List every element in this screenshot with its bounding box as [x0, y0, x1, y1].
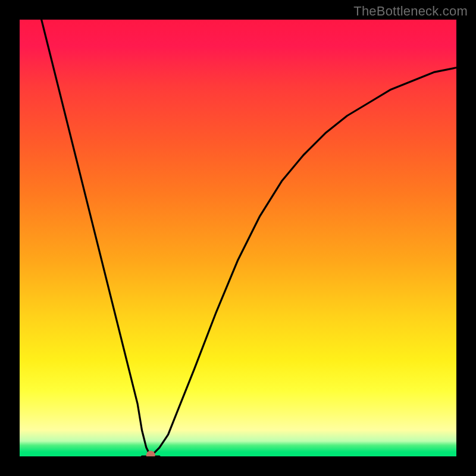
chart-frame: TheBottleneck.com	[0, 0, 476, 476]
curve-layer	[20, 20, 456, 456]
plot-area	[20, 20, 456, 456]
bottleneck-curve	[42, 20, 456, 456]
watermark-text: TheBottleneck.com	[353, 4, 468, 19]
